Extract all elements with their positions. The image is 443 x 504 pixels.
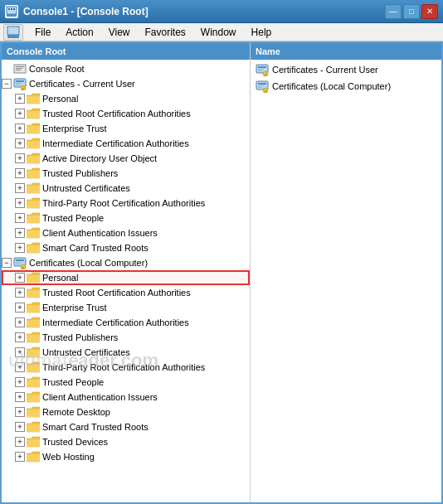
svg-rect-26 bbox=[258, 70, 262, 71]
svg-rect-4 bbox=[13, 8, 15, 10]
tree-item-certs-local[interactable]: − ✓ Certificates (Local Computer) bbox=[2, 255, 250, 270]
svg-rect-1 bbox=[7, 14, 17, 17]
tree-item-trusted-devices-lc[interactable]: + Trusted Devices bbox=[2, 434, 250, 449]
tree-item-web-hosting-lc[interactable]: + Web Hosting bbox=[2, 449, 250, 464]
tree-item-intermediate-cu[interactable]: + Intermediate Certification Authorities bbox=[2, 136, 250, 151]
expand-icon-trusted-root-lc[interactable]: + bbox=[15, 288, 25, 298]
expand-icon-third-party-cu[interactable]: + bbox=[15, 198, 25, 208]
tree-item-trusted-root-cu[interactable]: + Trusted Root Certification Authorities bbox=[2, 106, 250, 121]
expand-icon-personal-lc[interactable]: + bbox=[15, 273, 25, 283]
tree-label-trusted-pub-lc: Trusted Publishers bbox=[42, 330, 118, 345]
menu-view[interactable]: View bbox=[102, 25, 137, 40]
tree-item-untrusted-lc[interactable]: + Untrusted Certificates bbox=[2, 345, 250, 360]
expand-icon-trusted-people-cu[interactable]: + bbox=[15, 213, 25, 223]
expand-icon-intermediate-cu[interactable]: + bbox=[15, 138, 25, 148]
tree-label-console-root: Console Root bbox=[29, 61, 85, 76]
svg-rect-30 bbox=[258, 83, 266, 85]
expand-icon-trusted-pub-cu[interactable]: + bbox=[15, 168, 25, 178]
tree-label-certs-local: Certificates (Local Computer) bbox=[29, 255, 148, 270]
tree-item-enterprise-trust-cu[interactable]: + Enterprise Trust bbox=[2, 121, 250, 136]
right-item-cert-local-right[interactable]: ✓ Certificates (Local Computer) bbox=[251, 78, 441, 94]
tree-label-enterprise-trust-cu: Enterprise Trust bbox=[42, 121, 107, 136]
expand-icon-certs-current-user[interactable]: − bbox=[2, 79, 12, 89]
menu-window[interactable]: Window bbox=[194, 25, 243, 40]
expand-icon-enterprise-trust-lc[interactable]: + bbox=[15, 303, 25, 313]
tree-item-trusted-pub-cu[interactable]: + Trusted Publishers bbox=[2, 166, 250, 181]
tree-label-web-hosting-lc: Web Hosting bbox=[42, 449, 95, 464]
folder-icon-trusted-root-lc bbox=[27, 287, 40, 298]
expand-icon-active-directory-cu[interactable]: + bbox=[15, 153, 25, 163]
expand-icon-client-auth-cu[interactable]: + bbox=[15, 228, 25, 238]
svg-text:✓: ✓ bbox=[22, 86, 25, 90]
tree-item-trusted-people-lc[interactable]: + Trusted People bbox=[2, 375, 250, 390]
svg-rect-24 bbox=[258, 66, 266, 68]
svg-rect-0 bbox=[7, 7, 17, 14]
tree-item-third-party-lc[interactable]: + Third-Party Root Certification Authori… bbox=[2, 360, 250, 375]
menu-help[interactable]: Help bbox=[245, 25, 279, 40]
restore-button[interactable]: □ bbox=[403, 4, 420, 19]
window-title: Console1 - [Console Root] bbox=[23, 6, 148, 17]
expand-icon-client-auth-lc[interactable]: + bbox=[15, 392, 25, 402]
expand-icon-personal-cu[interactable]: + bbox=[15, 94, 25, 104]
expand-icon-untrusted-lc[interactable]: + bbox=[15, 347, 25, 357]
tree-item-console-root[interactable]: Console Root bbox=[2, 61, 250, 76]
tree-item-smart-card-lc[interactable]: + Smart Card Trusted Roots bbox=[2, 419, 250, 434]
expand-icon-enterprise-trust-cu[interactable]: + bbox=[15, 124, 25, 133]
svg-rect-3 bbox=[11, 8, 12, 10]
svg-text:✓: ✓ bbox=[264, 89, 267, 93]
minimize-button[interactable]: — bbox=[385, 4, 402, 19]
expand-icon-intermediate-lc[interactable]: + bbox=[15, 317, 25, 327]
expand-icon-smart-card-cu[interactable]: + bbox=[15, 243, 25, 253]
tree-label-third-party-cu: Third-Party Root Certification Authoriti… bbox=[42, 196, 205, 211]
right-label-cert-local-right: Certificates (Local Computer) bbox=[272, 81, 391, 91]
menu-bar: File Action View Favorites Window Help bbox=[0, 23, 443, 41]
folder-icon-remote-desktop-lc bbox=[27, 406, 40, 418]
tree-item-intermediate-lc[interactable]: + Intermediate Certification Authorities bbox=[2, 315, 250, 330]
menu-favorites[interactable]: Favorites bbox=[139, 25, 192, 40]
svg-rect-10 bbox=[16, 70, 21, 70]
tree-item-personal-lc[interactable]: + Personal bbox=[2, 270, 250, 285]
tree-label-active-directory-cu: Active Directory User Object bbox=[42, 151, 157, 166]
tree-item-third-party-cu[interactable]: + Third-Party Root Certification Authori… bbox=[2, 196, 250, 211]
svg-rect-20 bbox=[16, 264, 20, 264]
svg-rect-6 bbox=[7, 35, 19, 38]
expand-icon-certs-local[interactable]: − bbox=[2, 258, 12, 268]
root-icon-console-root bbox=[13, 63, 27, 75]
close-button[interactable]: ✕ bbox=[421, 4, 438, 19]
svg-rect-19 bbox=[16, 262, 22, 263]
folder-icon-third-party-lc bbox=[27, 361, 40, 373]
folder-icon-client-auth-cu bbox=[27, 227, 40, 239]
expand-icon-untrusted-cu[interactable]: + bbox=[15, 183, 25, 193]
tree-item-certs-current-user[interactable]: − ✓ Certificates - Current User bbox=[2, 76, 250, 91]
tree-item-untrusted-cu[interactable]: + Untrusted Certificates bbox=[2, 181, 250, 196]
expand-icon-smart-card-lc[interactable]: + bbox=[15, 422, 25, 432]
expand-icon-web-hosting-lc[interactable]: + bbox=[15, 452, 25, 462]
svg-rect-25 bbox=[258, 69, 264, 70]
tree-item-trusted-people-cu[interactable]: + Trusted People bbox=[2, 211, 250, 225]
expand-icon-trusted-pub-lc[interactable]: + bbox=[15, 332, 25, 342]
tree-item-trusted-pub-lc[interactable]: + Trusted Publishers bbox=[2, 330, 250, 345]
tree-label-intermediate-cu: Intermediate Certification Authorities bbox=[42, 136, 189, 151]
tree-item-personal-cu[interactable]: + Personal bbox=[2, 91, 250, 106]
expand-icon-remote-desktop-lc[interactable]: + bbox=[15, 407, 25, 417]
tree-item-active-directory-cu[interactable]: + Active Directory User Object bbox=[2, 151, 250, 166]
menu-action[interactable]: Action bbox=[59, 25, 100, 40]
tree-item-trusted-root-lc[interactable]: + Trusted Root Certification Authorities bbox=[2, 285, 250, 300]
folder-icon-client-auth-lc bbox=[27, 391, 40, 403]
tree-item-client-auth-lc[interactable]: + Client Authentication Issuers bbox=[2, 390, 250, 405]
tree-item-remote-desktop-lc[interactable]: + Remote Desktop bbox=[2, 405, 250, 419]
expand-icon-trusted-devices-lc[interactable]: + bbox=[15, 437, 25, 447]
tree-label-certs-current-user: Certificates - Current User bbox=[29, 76, 135, 91]
tree-item-smart-card-cu[interactable]: + Smart Card Trusted Roots bbox=[2, 240, 250, 255]
main-content: Console Root Console Root− ✓ Certificate… bbox=[0, 41, 443, 504]
folder-icon-trusted-pub-lc bbox=[27, 332, 40, 343]
expand-icon-trusted-people-lc[interactable]: + bbox=[15, 377, 25, 387]
tree-item-enterprise-trust-lc[interactable]: + Enterprise Trust bbox=[2, 300, 250, 315]
expand-icon-trusted-root-cu[interactable]: + bbox=[15, 109, 25, 119]
tree-label-trusted-people-lc: Trusted People bbox=[42, 375, 104, 390]
tree-item-client-auth-cu[interactable]: + Client Authentication Issuers bbox=[2, 225, 250, 240]
menu-file[interactable]: File bbox=[28, 25, 57, 40]
folder-icon-intermediate-cu bbox=[27, 138, 40, 149]
right-item-cert-current-user-right[interactable]: ✓ Certificates - Current User bbox=[251, 61, 441, 78]
expand-icon-third-party-lc[interactable]: + bbox=[15, 362, 25, 372]
